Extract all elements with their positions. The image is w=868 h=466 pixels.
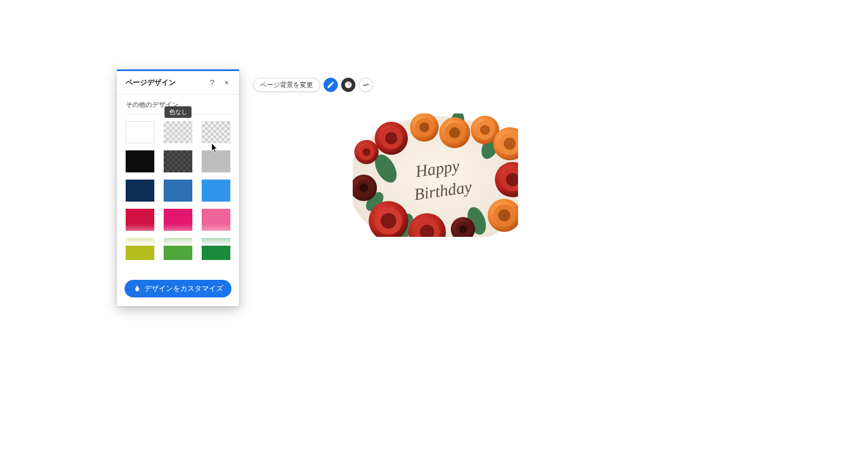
swatch-dark-green[interactable] [202, 238, 230, 260]
svg-point-43 [363, 148, 370, 156]
swatch-black[interactable] [126, 150, 154, 172]
swatch-navy[interactable] [126, 180, 154, 202]
svg-point-16 [449, 127, 460, 138]
swatch-no-color-dark[interactable] [164, 150, 192, 172]
panel-title: ページデザイン [126, 78, 204, 88]
swatch-gray[interactable] [202, 150, 230, 172]
swatch-magenta[interactable] [164, 209, 192, 231]
question-icon [344, 81, 352, 89]
customize-design-button[interactable]: デザインをカスタマイズ [125, 280, 231, 297]
cake-illustration: Happy Birthday [353, 113, 518, 237]
squiggle-icon [362, 81, 370, 89]
help-button[interactable] [341, 78, 355, 92]
animation-button[interactable] [359, 78, 373, 92]
close-icon[interactable]: × [220, 77, 233, 89]
svg-point-13 [419, 122, 429, 132]
change-page-background-button[interactable]: ページ背景を変更 [253, 78, 320, 92]
edit-button[interactable] [324, 78, 338, 92]
svg-point-37 [381, 213, 396, 229]
canvas-image[interactable]: Happy Birthday [353, 113, 518, 237]
pencil-icon [327, 81, 335, 89]
swatch-no-color-light2[interactable] [202, 121, 230, 143]
swatch-green[interactable] [164, 238, 192, 260]
floating-toolbar: ページ背景を変更 [253, 78, 373, 92]
swatch-olive[interactable] [126, 238, 154, 260]
svg-point-22 [504, 138, 516, 150]
swatch-grid: 色なし [126, 121, 230, 260]
panel-footer: デザインをカスタマイズ [117, 273, 239, 306]
swatch-white[interactable] [126, 121, 154, 143]
panel-body: その他のデザイン 色なし [117, 95, 239, 273]
svg-point-28 [498, 209, 510, 221]
svg-point-19 [480, 125, 490, 135]
swatch-no-color-light[interactable]: 色なし [164, 121, 192, 143]
swatch-pink[interactable] [202, 209, 230, 231]
help-icon[interactable]: ? [206, 77, 218, 89]
svg-point-10 [385, 132, 397, 144]
customize-design-label: デザインをカスタマイズ [144, 284, 223, 294]
page-design-panel: ページデザイン ? × その他のデザイン 色なし デザインをカスタマイズ [117, 69, 239, 306]
paint-drop-icon [133, 285, 141, 292]
swatch-blue[interactable] [164, 180, 192, 202]
panel-header: ページデザイン ? × [117, 71, 239, 95]
swatch-crimson[interactable] [126, 209, 154, 231]
swatch-light-blue[interactable] [202, 180, 230, 202]
swatch-tooltip: 色なし [165, 106, 192, 118]
svg-point-40 [359, 183, 368, 192]
svg-point-31 [459, 225, 467, 233]
